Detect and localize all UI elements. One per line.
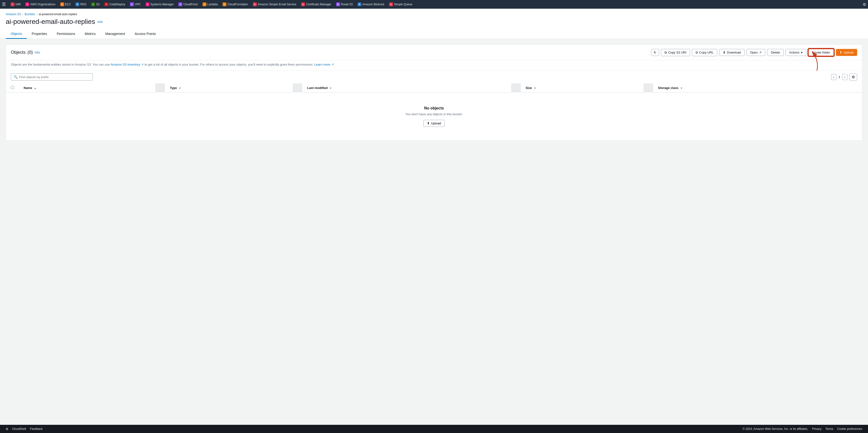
table-header-checkbox[interactable] bbox=[6, 84, 19, 92]
tab-metrics[interactable]: Metrics bbox=[80, 29, 100, 39]
codedeploy-label: CodeDeploy bbox=[109, 3, 125, 6]
nav-service-ec2[interactable]: E EC2 bbox=[58, 1, 72, 7]
systems-manager-label: Systems Manager bbox=[151, 3, 174, 6]
copy-s3-uri-button[interactable]: ⧉ Copy S3 URI bbox=[661, 49, 690, 56]
objects-desc-mid: to get a list of all objects in your buc… bbox=[145, 63, 313, 66]
nav-service-cloudfront[interactable]: C CloudFront bbox=[177, 1, 199, 7]
bedrock-icon: B bbox=[358, 2, 362, 6]
objects-desc-text: Objects are the fundamental entities sto… bbox=[11, 63, 110, 66]
open-button[interactable]: Open ↗ bbox=[746, 49, 766, 56]
pagination-next-button[interactable]: › bbox=[842, 74, 847, 80]
info-badge[interactable]: Info bbox=[97, 20, 103, 24]
iam-label: IAM bbox=[16, 3, 21, 6]
nav-service-sqs[interactable]: S Simple Queue bbox=[387, 1, 414, 7]
pagination-settings-button[interactable]: ⚙ bbox=[849, 73, 857, 81]
nav-service-s3[interactable]: S S3 bbox=[89, 1, 101, 7]
table-header-last-modified[interactable]: Last modified ▼ bbox=[302, 84, 511, 92]
copy-url-icon: ⧉ bbox=[695, 51, 698, 55]
actions-chevron-icon: ▾ bbox=[801, 51, 803, 54]
objects-info-link[interactable]: Info bbox=[35, 51, 40, 54]
footer-left: ⊞ CloudShell Feedback bbox=[6, 427, 43, 431]
objects-actions: ↻ ⧉ Copy S3 URI ⧉ Copy URL ⬇ bbox=[651, 49, 857, 56]
feedback-link[interactable]: Feedback bbox=[30, 427, 43, 431]
objects-title-text: Objects bbox=[11, 50, 26, 55]
select-all-checkbox[interactable] bbox=[11, 86, 14, 89]
tab-permissions[interactable]: Permissions bbox=[52, 29, 80, 39]
actions-button[interactable]: Actions ▾ bbox=[785, 49, 806, 56]
refresh-button[interactable]: ↻ bbox=[651, 49, 659, 56]
route53-label: Route 53 bbox=[341, 3, 353, 6]
footer: ⊞ CloudShell Feedback © 2024, Amazon Web… bbox=[0, 425, 868, 433]
nav-service-cm[interactable]: C Certificate Manager bbox=[299, 1, 333, 7]
tab-properties[interactable]: Properties bbox=[27, 29, 52, 39]
upload-button[interactable]: ⬆ Upload bbox=[836, 49, 857, 56]
learn-more-link[interactable]: Learn more ↗ bbox=[314, 63, 334, 66]
nav-service-rds[interactable]: R RDS bbox=[73, 1, 88, 7]
cloudfront-label: CloudFront bbox=[183, 3, 197, 6]
nav-right: ⚙ bbox=[863, 2, 866, 7]
breadcrumb-buckets-link[interactable]: Buckets bbox=[25, 12, 35, 16]
nav-service-aws-org[interactable]: O AWS Organizations bbox=[23, 1, 57, 7]
nav-services: I IAM O AWS Organizations E EC2 R RDS S … bbox=[9, 1, 414, 7]
cloudshell-label[interactable]: CloudShell bbox=[12, 427, 26, 431]
delete-label: Delete bbox=[771, 51, 780, 54]
objects-header: Objects (0) Info ↻ ⧉ Copy S3 URI bbox=[6, 45, 862, 60]
tab-objects[interactable]: Objects bbox=[6, 29, 27, 39]
nav-service-cloudformation[interactable]: C CloudFormation bbox=[221, 1, 250, 7]
table-header-size[interactable]: Size ▼ bbox=[521, 84, 644, 92]
open-label: Open bbox=[750, 51, 758, 54]
table-header-storage-class[interactable]: Storage class ▼ bbox=[653, 84, 862, 92]
empty-state-cell: No objects You don't have any objects in… bbox=[6, 92, 862, 140]
col-divider-3 bbox=[511, 84, 521, 92]
search-input-wrap: 🔍 bbox=[11, 73, 93, 81]
s3-inventory-link[interactable]: Amazon S3 inventory ↗ bbox=[111, 63, 144, 66]
nav-service-lambda[interactable]: λ Lambda bbox=[200, 1, 220, 7]
nav-service-bedrock[interactable]: B Amazon Bedrock bbox=[355, 1, 386, 7]
aws-org-label: AWS Organizations bbox=[30, 3, 55, 6]
breadcrumb-s3-link[interactable]: Amazon S3 bbox=[6, 12, 21, 16]
rds-label: RDS bbox=[80, 3, 86, 6]
tabs: Objects Properties Permissions Metrics M… bbox=[6, 29, 862, 38]
cookie-preferences-link[interactable]: Cookie preferences bbox=[837, 427, 862, 431]
nav-service-ses[interactable]: S Amazon Simple Email Service bbox=[251, 1, 299, 7]
tab-access-points[interactable]: Access Points bbox=[130, 29, 161, 39]
size-sort-icon: ▼ bbox=[534, 87, 536, 89]
tab-management[interactable]: Management bbox=[100, 29, 130, 39]
table-header-type[interactable]: Type ▼ bbox=[165, 84, 293, 92]
pagination-prev-button[interactable]: ‹ bbox=[831, 74, 836, 80]
cloudfront-icon: C bbox=[179, 2, 182, 6]
create-folder-button[interactable]: Create folder bbox=[808, 49, 834, 56]
settings-icon[interactable]: ⚙ bbox=[863, 2, 866, 7]
copy-s3-uri-icon: ⧉ bbox=[664, 51, 667, 55]
table-header-name[interactable]: Name ▲ bbox=[19, 84, 155, 92]
search-input[interactable] bbox=[19, 75, 90, 79]
privacy-link[interactable]: Privacy bbox=[812, 427, 822, 431]
breadcrumb-current: ai-powered-email-auto-replies bbox=[39, 12, 77, 16]
ses-icon: S bbox=[253, 2, 257, 6]
s3-label: S3 bbox=[96, 3, 100, 6]
bedrock-label: Amazon Bedrock bbox=[362, 3, 384, 6]
download-button[interactable]: ⬇ Download bbox=[719, 49, 745, 56]
copy-url-label: Copy URL bbox=[699, 51, 714, 54]
top-nav: ☰ I IAM O AWS Organizations E EC2 R RDS … bbox=[0, 0, 868, 9]
nav-service-systems-manager[interactable]: S Systems Manager bbox=[144, 1, 176, 7]
nav-service-iam[interactable]: I IAM bbox=[9, 1, 23, 7]
nav-service-route53[interactable]: R Route 53 bbox=[334, 1, 355, 7]
last-modified-sort-icon: ▼ bbox=[329, 87, 332, 89]
name-sort-icon: ▲ bbox=[34, 87, 36, 89]
objects-table: Name ▲ Type ▼ Last modified ▼ Size ▼ bbox=[6, 84, 862, 140]
nav-service-codedeploy[interactable]: C CodeDeploy bbox=[102, 1, 127, 7]
empty-upload-button[interactable]: ⬆ Upload bbox=[424, 120, 444, 127]
nav-service-vpc[interactable]: V VPC bbox=[128, 1, 143, 7]
col-divider-1 bbox=[155, 84, 165, 92]
copy-s3-uri-label: Copy S3 URI bbox=[668, 51, 686, 54]
copy-url-button[interactable]: ⧉ Copy URL bbox=[692, 49, 717, 56]
hamburger-menu[interactable]: ☰ bbox=[2, 2, 6, 7]
table-header-row: Name ▲ Type ▼ Last modified ▼ Size ▼ bbox=[6, 84, 862, 92]
delete-button[interactable]: Delete bbox=[767, 49, 784, 56]
objects-title: Objects (0) Info bbox=[11, 50, 40, 55]
terms-link[interactable]: Terms bbox=[825, 427, 833, 431]
aws-org-icon: O bbox=[25, 2, 29, 6]
cloudformation-icon: C bbox=[222, 2, 226, 6]
empty-state-description: You don't have any objects in this bucke… bbox=[16, 112, 852, 116]
